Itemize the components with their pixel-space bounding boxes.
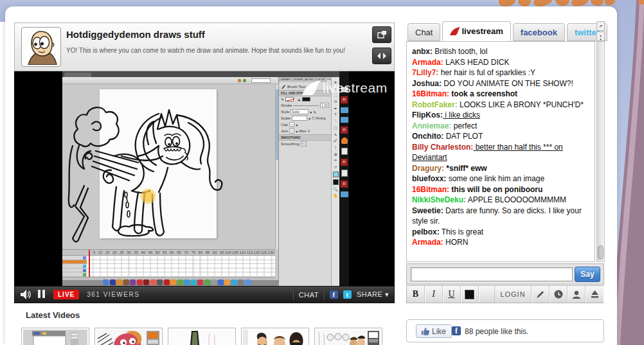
tab-livestream[interactable]: livestream — [442, 21, 510, 41]
timeline-playhead — [89, 250, 90, 277]
person-icon — [572, 290, 581, 299]
thumbs-up-icon — [422, 328, 429, 335]
cursor-highlight — [140, 188, 156, 204]
pause-button[interactable] — [38, 289, 47, 301]
users-button[interactable] — [568, 286, 586, 303]
text-color-button[interactable] — [461, 286, 479, 303]
popout-player-button[interactable] — [372, 26, 391, 43]
stream-header: Hotdiggedydemon draws stuff YO! This is … — [14, 22, 395, 71]
edit-name-button[interactable] — [532, 286, 550, 303]
color-swatch — [465, 290, 474, 299]
chat-popout-button[interactable]: ↗ — [596, 21, 605, 31]
desktop-icons: FlFlFlFl — [339, 71, 349, 286]
player-control-bar: LIVE 361 VIEWERS CHAT f t SHARE ▾ — [14, 286, 395, 303]
resize-arrows-icon: ▴▾ — [600, 33, 602, 41]
chat-message: 16Bitman: took a screenshot — [412, 89, 589, 100]
eyedropper-tool-icon: ⌯ — [334, 158, 338, 163]
smoothing-label: Smoothing — [281, 142, 300, 146]
like-count-text: 88 people like this. — [465, 327, 528, 336]
latest-video-thumbnail-1[interactable] — [21, 328, 89, 345]
zoom-tool-icon: 🔍 — [334, 187, 338, 191]
pencil-glyph: ✎ — [281, 97, 284, 102]
smoothing-value: 50 — [301, 141, 307, 146]
like-button[interactable]: Like — [416, 324, 452, 338]
login-button[interactable]: LOGIN — [494, 286, 532, 303]
latest-video-thumbnail-3[interactable] — [168, 328, 236, 345]
facebook-f-icon: f — [452, 326, 461, 335]
latest-video-thumbnail-2[interactable] — [94, 328, 163, 345]
chat-format-toolbar: B I U LOGIN — [406, 285, 604, 303]
viewer-count: 361 VIEWERS — [87, 291, 139, 298]
chat-resize-button[interactable]: ▴▾ — [596, 31, 605, 41]
pony-sketch — [62, 84, 275, 249]
pencil-icon — [536, 290, 544, 299]
latest-video-thumbnail-5[interactable] — [314, 328, 382, 345]
hinting-label: Hinting — [316, 116, 326, 120]
properties-panel: LIBRARYSCENEALIGNCOLORPROPERTIES Brush T… — [278, 77, 331, 286]
latest-videos-title: Latest Videos — [26, 310, 80, 320]
text-tool-icon: T — [334, 112, 338, 117]
live-badge: LIVE — [53, 290, 79, 299]
bone-tool-icon: ⌇ — [334, 145, 338, 150]
resize-player-button[interactable] — [372, 48, 391, 64]
chat-message-input[interactable] — [411, 267, 573, 281]
video-player[interactable]: 5101520253035404550556065707580859095100… — [14, 71, 395, 286]
stroke-value: 1.00 — [320, 103, 329, 108]
channel-avatar — [21, 27, 61, 67]
chat-message: anbx: British tooth, lol — [412, 46, 589, 57]
chat-toggle-button[interactable]: CHAT — [299, 291, 319, 299]
flash-timeline: 5101520253035404550556065707580859095100… — [62, 249, 275, 280]
chat-input-row: Say — [406, 263, 604, 285]
clock-icon — [554, 290, 563, 299]
cap-label: Cap — [281, 123, 288, 127]
bucket-tool-icon: ◍ — [334, 152, 338, 156]
chat-message-list[interactable]: anbx: British tooth, lolArmada: LAKS HEA… — [406, 41, 595, 262]
timeline-frames — [87, 256, 275, 277]
livestream-leaf-icon — [302, 80, 321, 96]
chat-tabs: Chat livestream facebook twitter — [407, 21, 607, 41]
timeline-layers: · ·· ·· ·· ·· · — [62, 256, 87, 277]
mac-dock — [103, 279, 251, 285]
style-label: Style — [281, 110, 289, 114]
facebook-share-icon[interactable]: f — [330, 290, 338, 299]
chat-scrollbar[interactable] — [596, 41, 605, 262]
chat-message: Joshua: DO YOU ANIMATE ON THE SHOW?! — [412, 78, 589, 89]
screencast-flash-app: 5101520253035404550556065707580859095100… — [62, 71, 349, 286]
stroke-label: Stroke — [281, 103, 292, 107]
chat-message: Armada: HORN — [412, 237, 589, 248]
bold-button[interactable]: B — [407, 286, 425, 303]
chat-message: 7Lilly7: her hair is ful of sparklies :Y — [412, 67, 589, 78]
latest-videos-row — [21, 328, 382, 345]
timeline-frame-numbers: 5101520253035404550556065707580859095100… — [88, 251, 274, 254]
tab-chat[interactable]: Chat — [407, 23, 440, 41]
smoothing-section: SMOOTHING — [279, 134, 331, 141]
line-tool-icon: ⟍ — [334, 119, 338, 123]
latest-video-thumbnail-4[interactable] — [241, 328, 309, 345]
hand-tool-icon: ✋ — [334, 193, 338, 198]
say-button[interactable]: Say — [575, 267, 600, 282]
stream-title: Hotdiggedydemon draws stuff — [66, 29, 205, 40]
bucket-glyph: ⬙ — [298, 97, 301, 102]
italic-button[interactable]: I — [425, 286, 443, 303]
chat-message: Armada: LAKS HEAD DICK — [412, 57, 589, 68]
brush-tool-icon: 🖉 — [334, 139, 338, 143]
chat-message: FlipKos: i like dicks — [412, 110, 589, 121]
underline-button[interactable]: U — [443, 286, 461, 303]
popout-arrow-icon: ↗ — [599, 24, 603, 28]
eject-icon — [591, 290, 599, 298]
style-value: Solid — [291, 109, 309, 114]
chat-message: Sweetie: Darts are funny. So are dicks. … — [412, 206, 589, 227]
history-button[interactable] — [550, 286, 568, 303]
chat-message: Dragury: *sniff* eww — [412, 163, 589, 174]
chat-message: NikkiSheDeku: APPLE BLOOOOOMMMMM — [412, 195, 589, 206]
chat-message: RobotFaker: LOOKS LIKE A BRONY *PUNCH'D* — [412, 100, 589, 111]
facebook-like-box: Like f 88 people like this. — [406, 319, 604, 342]
share-button[interactable]: SHARE ▾ — [357, 290, 389, 299]
tab-facebook[interactable]: facebook — [513, 23, 565, 41]
chat-scrollbar-thumb[interactable] — [598, 245, 604, 260]
twitter-share-icon[interactable]: t — [343, 290, 352, 299]
eject-button[interactable] — [586, 286, 604, 303]
join-label: Join — [281, 129, 288, 133]
volume-icon[interactable] — [21, 290, 32, 299]
share-caret-icon: ▾ — [385, 290, 389, 298]
